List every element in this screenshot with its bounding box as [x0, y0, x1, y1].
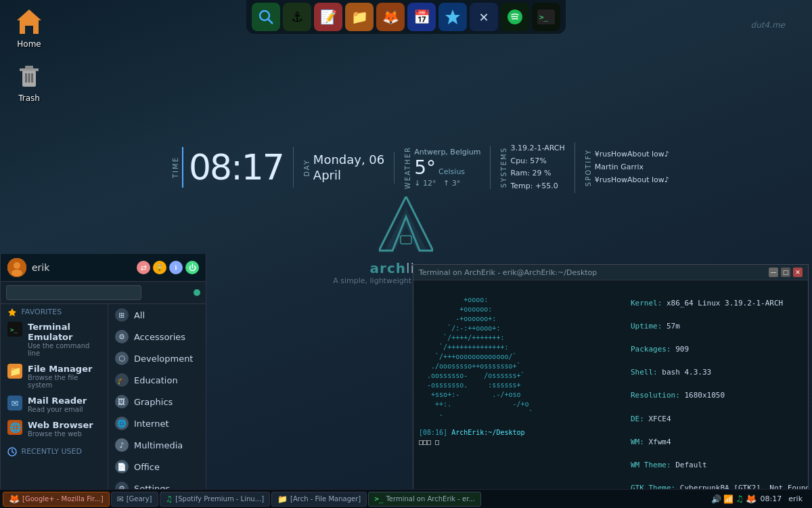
- terminal-title: Terminal on ArchErik - erik@ArchErik:~/D…: [419, 268, 597, 277]
- menu-item-terminal[interactable]: >_ Terminal Emulator Use the command lin…: [1, 318, 108, 360]
- conky-weather: Weather Antwerp, Belgium 5° Celsius ↓ 12…: [394, 146, 491, 189]
- terminal-close-button[interactable]: ✕: [793, 268, 803, 277]
- dock-files[interactable]: 📁: [345, 3, 374, 31]
- info-button[interactable]: ℹ: [169, 261, 183, 274]
- tray-icon-3[interactable]: ♫: [736, 494, 744, 504]
- terminal-controls: — □ ✕: [769, 268, 803, 277]
- svg-rect-15: [401, 236, 411, 244]
- dock-spotify[interactable]: [501, 3, 529, 31]
- conky-sys-content: 3.19.2-1-ARCH Cpu: 57% Ram: 29 % Temp: +…: [510, 142, 564, 193]
- conky-widget: Time 08:17 Day Monday, 06April Weather A…: [162, 142, 812, 193]
- conky-weather-city: Antwerp, Belgium: [414, 148, 480, 156]
- menu-item-filemanager-text: File Manager Browse the file system: [28, 364, 101, 389]
- conky-weather-lowhi: ↓ 12° ↑ 3°: [414, 179, 480, 188]
- cat-development[interactable]: ⬡ Development: [108, 347, 206, 369]
- recently-label: Recently Used: [1, 444, 108, 458]
- conky-day: Day Monday, 06April: [294, 152, 394, 184]
- dut4me-label: dut4.me: [751, 20, 785, 30]
- menu-item-filemanager[interactable]: 📁 File Manager Browse the file system: [1, 360, 108, 392]
- conky-day-value: Monday, 06April: [313, 152, 384, 184]
- dock-terminal[interactable]: >_: [532, 3, 560, 31]
- terminal-window: Terminal on ArchErik - erik@ArchErik:~/D…: [413, 264, 809, 508]
- taskbar-terminal[interactable]: >_ Terminal on ArchErik - er...: [368, 492, 481, 507]
- app-menu-categories: ⊞ All ⚙ Accessories ⬡ Development 🎓 Educ…: [108, 304, 206, 508]
- terminal-minimize-button[interactable]: —: [769, 268, 778, 277]
- favorites-label: Favorites: [1, 304, 108, 318]
- svg-text:>_: >_: [10, 326, 18, 333]
- tray-icon-2[interactable]: 📶: [723, 494, 734, 504]
- home-icon: [13, 5, 45, 38]
- desktop: ⚓ 📝 📁 🦊 📅 ✕ >_: [0, 0, 812, 508]
- desktop-icon-home[interactable]: Home: [5, 5, 53, 49]
- svg-text:>_: >_: [539, 13, 549, 22]
- conky-time: Time 08:17: [162, 147, 294, 188]
- home-icon-label: Home: [17, 39, 41, 49]
- conky-spotify-content: ¥rusHowAbout low♪ Martin Garrix ¥rusHowA…: [595, 148, 669, 186]
- menu-item-mailreader-text: Mail Reader Read your email: [28, 396, 101, 413]
- terminal-sysinfo: Kernel: x86_64 Linux 3.19.2-1-ARCH Uptim…: [589, 280, 808, 504]
- arch-logo-svg: [379, 196, 433, 257]
- cat-education[interactable]: 🎓 Education: [108, 369, 206, 391]
- power-button[interactable]: ⏻: [185, 261, 199, 274]
- conky-weather-label: Weather: [404, 146, 411, 189]
- dock-shuriken[interactable]: [438, 3, 467, 31]
- taskbar-start[interactable]: 🦊 [Google+ - Mozilla Fir...]: [3, 492, 110, 507]
- menu-item-webbrowser-text: Web Browser Browse the web: [28, 420, 101, 438]
- conky-sys: Systems 3.19.2-1-ARCH Cpu: 57% Ram: 29 %…: [491, 142, 574, 193]
- dock-x[interactable]: ✕: [470, 3, 498, 31]
- dock-anchor[interactable]: ⚓: [283, 3, 311, 31]
- svg-rect-12: [31, 73, 33, 83]
- conky-weather-content: Antwerp, Belgium 5° Celsius ↓ 12° ↑ 3°: [414, 148, 480, 188]
- cat-all[interactable]: ⊞ All: [108, 304, 206, 326]
- app-menu-search: [1, 282, 206, 304]
- switch-user-button[interactable]: ⇄: [137, 261, 150, 274]
- svg-point-18: [12, 270, 22, 276]
- lock-button[interactable]: 🔒: [153, 261, 166, 274]
- taskbar-geary[interactable]: ✉ [Geary]: [111, 492, 158, 507]
- desktop-icon-trash[interactable]: Trash: [5, 60, 53, 103]
- terminal-maximize-button[interactable]: □: [781, 268, 790, 277]
- taskbar-right: 🔊 📶 ♫ 🦊 08:17 erik: [711, 494, 809, 504]
- cat-graphics[interactable]: 🖼 Graphics: [108, 391, 206, 412]
- taskbar-username: erik: [786, 494, 805, 503]
- dock-calendar[interactable]: 📅: [407, 3, 436, 31]
- conky-time-value: 08:17: [182, 147, 284, 188]
- svg-marker-2: [445, 9, 460, 24]
- menu-item-terminal-text: Terminal Emulator Use the command line: [28, 322, 101, 357]
- taskbar-time: 08:17: [761, 494, 782, 503]
- dock-notes[interactable]: 📝: [314, 3, 342, 31]
- svg-marker-19: [8, 308, 16, 316]
- cat-internet[interactable]: 🌐 Internet: [108, 412, 206, 434]
- cat-multimedia[interactable]: ♪ Multimedia: [108, 434, 206, 456]
- conky-spotify-label: Spotify: [585, 149, 592, 186]
- svg-rect-11: [28, 73, 30, 83]
- svg-line-1: [268, 19, 273, 24]
- cat-office[interactable]: 📄 Office: [108, 456, 206, 478]
- search-dot: [194, 289, 200, 296]
- svg-rect-10: [25, 73, 27, 83]
- app-menu: erik ⇄ 🔒 ℹ ⏻ Favorites >_: [0, 254, 206, 508]
- svg-point-0: [260, 11, 269, 20]
- top-dock: ⚓ 📝 📁 🦊 📅 ✕ >_: [246, 0, 566, 34]
- menu-item-webbrowser[interactable]: 🌐 Web Browser Browse the web: [1, 417, 108, 441]
- terminal-arch-art: +oooo: +oooooo: -+oooooo+: `/:-:++oooo+:…: [413, 280, 589, 504]
- trash-icon: [13, 60, 45, 92]
- trash-icon-label: Trash: [18, 93, 40, 103]
- taskbar-filemanager[interactable]: 📁 [Arch - File Manager]: [271, 492, 367, 507]
- taskbar-left: 🦊 [Google+ - Mozilla Fir...] ✉ [Geary] ♫…: [3, 492, 711, 507]
- tray-icon-1[interactable]: 🔊: [711, 494, 721, 504]
- svg-point-17: [14, 262, 20, 269]
- conky-time-label: Time: [172, 156, 179, 178]
- menu-item-mailreader[interactable]: ✉ Mail Reader Read your email: [1, 392, 108, 417]
- conky-weather-temp: 5°: [414, 156, 436, 179]
- search-input[interactable]: [6, 285, 141, 300]
- conky-spotify: Spotify ¥rusHowAbout low♪ Martin Garrix …: [575, 148, 679, 186]
- dock-firefox[interactable]: 🦊: [376, 3, 405, 31]
- app-menu-body: Favorites >_ Terminal Emulator Use the c…: [1, 304, 206, 508]
- svg-marker-6: [17, 9, 41, 34]
- cat-accessories[interactable]: ⚙ Accessories: [108, 326, 206, 347]
- taskbar-spotify[interactable]: ♫ [Spotify Premium - Linu...]: [160, 492, 271, 507]
- dock-magnifier[interactable]: [252, 3, 280, 31]
- terminal-body: +oooo: +oooooo: -+oooooo+: `/:-:++oooo+:…: [413, 280, 808, 504]
- tray-icon-4[interactable]: 🦊: [746, 494, 757, 504]
